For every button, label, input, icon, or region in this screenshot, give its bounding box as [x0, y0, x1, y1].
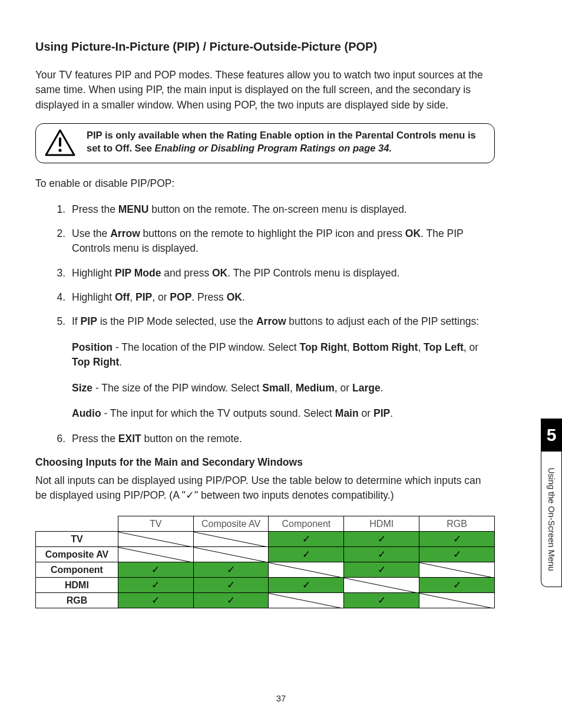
warning-text: PIP is only available when the Rating En… — [87, 129, 486, 155]
table-cell — [118, 578, 193, 593]
table-row-header: Composite AV — [36, 547, 118, 562]
step-3: Highlight PIP Mode and press OK. The PIP… — [68, 266, 495, 281]
chapter-tab: 5 Using the On-Screen Menu — [541, 419, 562, 587]
table-cell — [344, 578, 419, 593]
table-cell — [269, 562, 344, 578]
step-1: Press the MENU button on the remote. The… — [68, 202, 495, 217]
table-row-header: Component — [36, 562, 118, 578]
step-5-audio: Audio - The input for which the TV outpu… — [72, 406, 495, 421]
table-cell — [344, 562, 419, 578]
chapter-number: 5 — [541, 419, 562, 452]
step-2: Use the Arrow buttons on the remote to h… — [68, 226, 495, 256]
table-cell — [269, 578, 344, 593]
table-cell — [118, 547, 193, 562]
table-cell — [344, 532, 419, 547]
svg-point-1 — [58, 149, 61, 152]
table-col-header: TV — [118, 516, 193, 532]
table-cell — [269, 593, 344, 608]
table-cell — [344, 547, 419, 562]
table-cell — [419, 532, 495, 547]
table-cell — [193, 547, 269, 562]
table-cell — [118, 562, 193, 578]
intro-paragraph: Your TV features PIP and POP modes. Thes… — [35, 68, 495, 113]
section-heading: Using Picture-In-Picture (PIP) / Picture… — [35, 40, 495, 54]
table-cell — [193, 532, 269, 547]
step-4: Highlight Off, PIP, or POP. Press OK. — [68, 290, 495, 305]
table-cell — [193, 593, 269, 608]
warning-icon — [44, 129, 76, 157]
table-row-header: HDMI — [36, 578, 118, 593]
step-5-size: Size - The size of the PIP window. Selec… — [72, 381, 495, 396]
step-5: If PIP is the PIP Mode selected, use the… — [68, 314, 495, 421]
subsection-heading: Choosing Inputs for the Main and Seconda… — [35, 456, 495, 469]
warning-callout: PIP is only available when the Rating En… — [35, 123, 495, 163]
table-col-header: HDMI — [344, 516, 419, 532]
steps-list: Press the MENU button on the remote. The… — [35, 202, 495, 447]
table-cell — [419, 547, 495, 562]
table-cell — [269, 547, 344, 562]
svg-rect-0 — [59, 137, 61, 147]
subsection-text: Not all inputs can be displayed using PI… — [35, 473, 495, 503]
step-6: Press the EXIT button on the remote. — [68, 431, 495, 446]
table-cell — [419, 578, 495, 593]
table-col-header: RGB — [419, 516, 495, 532]
table-cell — [118, 532, 193, 547]
steps-lead: To enable or disable PIP/POP: — [35, 176, 495, 191]
table-corner — [36, 516, 118, 532]
step-5-position: Position - The location of the PIP windo… — [72, 340, 495, 370]
table-row-header: RGB — [36, 593, 118, 608]
table-row-header: TV — [36, 532, 118, 547]
table-cell — [269, 532, 344, 547]
table-cell — [419, 562, 495, 578]
page-number: 37 — [0, 693, 562, 703]
table-col-header: Component — [269, 516, 344, 532]
table-col-header: Composite AV — [193, 516, 269, 532]
table-cell — [344, 593, 419, 608]
table-cell — [118, 593, 193, 608]
table-cell — [193, 562, 269, 578]
table-cell — [193, 578, 269, 593]
chapter-label: Using the On-Screen Menu — [547, 467, 556, 571]
table-cell — [419, 593, 495, 608]
chapter-label-rail: Using the On-Screen Menu — [541, 452, 562, 587]
compatibility-table: TVComposite AVComponentHDMIRGBTVComposit… — [35, 516, 495, 608]
